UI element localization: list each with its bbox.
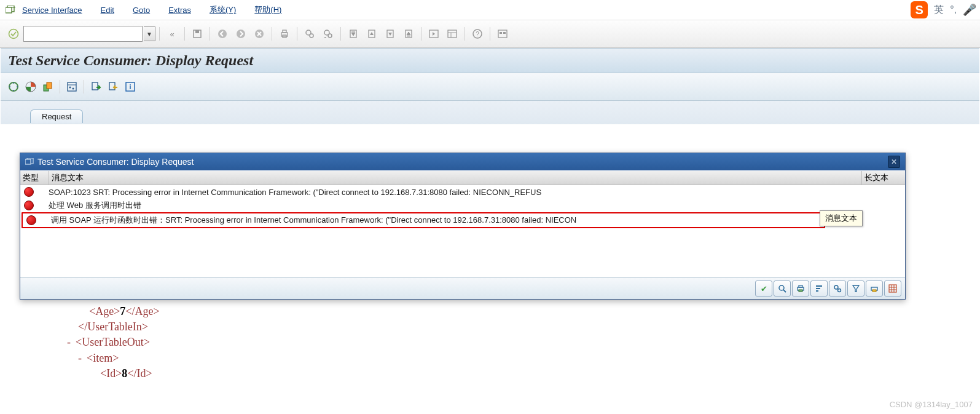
tooltip: 消息文本 xyxy=(820,210,863,226)
error-icon xyxy=(23,215,50,225)
menu-extras[interactable]: Extras xyxy=(168,6,191,15)
svg-rect-8 xyxy=(283,30,286,33)
detail-button[interactable] xyxy=(774,281,791,297)
page-title-row: Test Service Consumer: Display Request xyxy=(1,48,979,73)
import-button[interactable] xyxy=(88,79,104,95)
export-button[interactable] xyxy=(105,79,121,95)
ime-sep: °, xyxy=(950,4,957,15)
info-button[interactable]: i xyxy=(122,79,138,95)
back-button[interactable]: « xyxy=(163,25,181,42)
svg-rect-30 xyxy=(47,82,52,89)
separator xyxy=(159,27,160,41)
message-row[interactable]: 处理 Web 服务调用时出错 xyxy=(20,199,905,212)
export-button[interactable] xyxy=(866,281,883,297)
menu-bar: Service Interface Edit Goto Extras 系统(Y)… xyxy=(0,0,980,20)
command-input[interactable] xyxy=(23,26,143,42)
svg-rect-52 xyxy=(889,285,896,292)
menu-edit[interactable]: Edit xyxy=(101,6,114,15)
menu-goto[interactable]: Goto xyxy=(133,6,150,15)
filter-button[interactable] xyxy=(847,281,864,297)
tab-request[interactable]: Request xyxy=(30,109,83,123)
prev-page-button[interactable] xyxy=(363,25,380,42)
svg-point-5 xyxy=(237,30,245,38)
print-button[interactable] xyxy=(792,281,809,297)
svg-text:i: i xyxy=(129,83,131,90)
menu-system[interactable]: 系统(Y) xyxy=(210,4,236,15)
mic-icon[interactable]: 🎤 xyxy=(963,3,976,17)
svg-point-40 xyxy=(779,285,784,290)
ime-lang[interactable]: 英 xyxy=(934,4,944,17)
enter-button[interactable] xyxy=(5,25,22,42)
svg-rect-43 xyxy=(799,285,802,287)
svg-rect-51 xyxy=(872,290,876,292)
svg-rect-0 xyxy=(6,7,12,13)
svg-point-49 xyxy=(838,289,841,292)
separator xyxy=(60,80,60,94)
message-list: SOAP:1023 SRT: Processing error in Inter… xyxy=(20,185,905,277)
svg-point-34 xyxy=(73,88,74,90)
separator xyxy=(84,80,84,94)
save-button[interactable] xyxy=(189,25,206,42)
close-button[interactable]: ✕ xyxy=(888,156,900,168)
separator xyxy=(465,27,465,41)
layout-button[interactable] xyxy=(884,281,901,297)
sogou-logo-icon: S xyxy=(911,1,928,18)
debug-button[interactable] xyxy=(23,79,39,95)
menu-help[interactable]: 帮助(H) xyxy=(254,4,281,15)
separator xyxy=(272,27,272,41)
menu-icon[interactable] xyxy=(5,4,16,15)
svg-rect-39 xyxy=(25,159,31,164)
menu-service-interface[interactable]: Service Interface xyxy=(22,6,82,15)
new-session-button[interactable] xyxy=(425,25,442,42)
command-dropdown[interactable]: ▼ xyxy=(144,26,155,41)
message-row[interactable]: 调用 SOAP 运行时函数时出错：SRT: Processing error i… xyxy=(23,213,824,227)
svg-rect-3 xyxy=(195,30,199,33)
error-icon xyxy=(20,187,47,197)
sort-button[interactable] xyxy=(810,281,828,297)
svg-rect-19 xyxy=(448,30,457,38)
svg-rect-44 xyxy=(799,290,802,292)
customize-button[interactable] xyxy=(494,25,511,42)
separator xyxy=(297,27,297,41)
find-button[interactable] xyxy=(829,281,846,297)
find-button[interactable] xyxy=(301,25,318,42)
help-button[interactable]: ? xyxy=(469,25,486,42)
svg-point-11 xyxy=(310,34,313,38)
message-header: 类型 消息文本 长文本 xyxy=(20,170,905,185)
col-longtext[interactable]: 长文本 xyxy=(862,171,905,185)
separator xyxy=(490,27,490,41)
svg-point-1 xyxy=(9,30,18,39)
separator xyxy=(421,27,421,41)
separator xyxy=(184,27,185,41)
find-next-button[interactable] xyxy=(319,25,337,42)
forward-icon[interactable] xyxy=(232,25,249,42)
message-row[interactable]: SOAP:1023 SRT: Processing error in Inter… xyxy=(20,185,905,199)
execute-button[interactable] xyxy=(6,79,22,95)
cancel-icon[interactable] xyxy=(251,25,268,42)
dialog-footer: ✔ xyxy=(20,277,905,299)
confirm-button[interactable]: ✔ xyxy=(755,281,772,297)
svg-rect-26 xyxy=(503,32,506,34)
first-page-button[interactable] xyxy=(345,25,362,42)
col-type[interactable]: 类型 xyxy=(20,171,49,185)
page-title: Test Service Consumer: Display Request xyxy=(8,52,972,69)
dialog-title: Test Service Consumer: Display Request xyxy=(37,157,194,167)
last-page-button[interactable] xyxy=(400,25,417,42)
tab-strip: Request xyxy=(1,101,979,124)
dialog-titlebar[interactable]: Test Service Consumer: Display Request ✕ xyxy=(20,153,905,170)
print-button[interactable] xyxy=(276,25,293,42)
message-dialog: Test Service Consumer: Display Request ✕… xyxy=(20,153,906,300)
svg-line-41 xyxy=(783,290,786,292)
svg-point-13 xyxy=(328,34,332,38)
svg-point-4 xyxy=(218,30,227,38)
col-message[interactable]: 消息文本 xyxy=(49,171,862,185)
layout-button[interactable] xyxy=(444,25,461,42)
back-icon[interactable] xyxy=(214,25,231,42)
dialog-icon xyxy=(25,158,34,165)
lp-button[interactable] xyxy=(40,79,56,95)
xml-editor-button[interactable] xyxy=(64,79,80,95)
separator xyxy=(210,27,210,41)
next-page-button[interactable] xyxy=(382,25,399,42)
svg-rect-25 xyxy=(500,32,502,34)
svg-point-27 xyxy=(9,82,18,91)
